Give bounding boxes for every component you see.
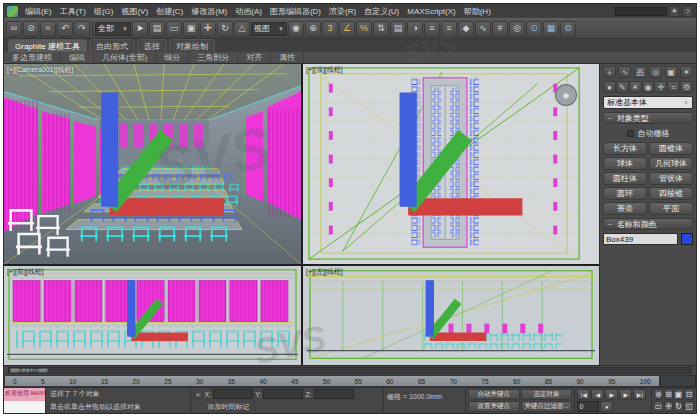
auto-key-button[interactable]: 自动关键点 [468, 389, 520, 400]
plane-button[interactable]: 平面 [649, 202, 693, 215]
selected-objects-dropdown[interactable]: 选定对象 [521, 389, 573, 400]
ribbon-panel[interactable]: 属性 [271, 52, 304, 63]
ribbon-panel[interactable]: 几何体(全部) [94, 52, 156, 63]
select-and-link-icon[interactable]: ∞ [6, 21, 22, 37]
track-bar-ticks[interactable]: 0510152025303540455055606570758085909510… [4, 375, 660, 387]
ribbon-tab-freeform[interactable]: 自由形式 [89, 39, 135, 52]
key-filters-button[interactable]: 关键点过滤器... [521, 401, 573, 412]
render-production-icon[interactable]: ⊙ [560, 21, 576, 37]
set-key-button[interactable]: 设置关键点 [468, 401, 520, 412]
help-icon[interactable]: ? [682, 6, 693, 17]
menu-item[interactable]: 动画(A) [231, 6, 266, 17]
ribbon-panel[interactable]: 多边形建模 [4, 52, 61, 63]
app-logo-icon[interactable] [7, 6, 18, 17]
menu-item[interactable]: 组(G) [90, 6, 118, 17]
infocenter-search-input[interactable] [615, 7, 667, 16]
key-mode-toggle-icon[interactable]: ● [600, 401, 613, 412]
zoom-icon[interactable]: ⊕ [654, 389, 664, 400]
zoom-region-icon[interactable]: ▭ [654, 401, 664, 412]
object-name-field[interactable] [603, 233, 678, 245]
space-warps-category-icon[interactable]: ≈ [667, 81, 680, 93]
snap-toggle-3d-icon[interactable]: 3 [322, 21, 338, 37]
menu-item[interactable]: 图形编辑器(D) [266, 6, 325, 17]
play-animation-icon[interactable]: ▶ [605, 389, 618, 400]
time-slider-handle[interactable]: 0 / 100 [10, 368, 48, 373]
menu-item[interactable]: 视图(V) [117, 6, 152, 17]
select-and-rotate-icon[interactable]: ↻ [217, 21, 233, 37]
window-crossing-icon[interactable]: ▣ [183, 21, 199, 37]
menu-item[interactable]: 自定义(U) [360, 6, 403, 17]
render-setup-icon[interactable]: ⊙ [526, 21, 542, 37]
utilities-tab-icon[interactable]: ✶ [680, 66, 693, 78]
current-frame-field[interactable] [577, 401, 599, 412]
ribbon-panel[interactable]: 细分 [156, 52, 189, 63]
ribbon-tab-object-paint[interactable]: 对象绘制 [169, 39, 215, 52]
sphere-button[interactable]: 球体 [603, 157, 647, 170]
viewport-camera[interactable]: [+][Camera001][线框] [4, 64, 301, 264]
material-editor-icon[interactable]: ◎ [509, 21, 525, 37]
time-slider-track[interactable]: 0 / 100 [8, 367, 692, 374]
rectangular-region-icon[interactable]: ▭ [166, 21, 182, 37]
lights-category-icon[interactable]: ☀ [629, 81, 642, 93]
viewport-top[interactable]: [+][顶][线框] ◉ [303, 64, 599, 264]
spinner-snap-icon[interactable]: ⇅ [373, 21, 389, 37]
helpers-category-icon[interactable]: ✛ [654, 81, 667, 93]
hierarchy-tab-icon[interactable]: 品 [634, 66, 647, 78]
select-object-icon[interactable]: ➤ [132, 21, 148, 37]
object-color-swatch[interactable] [681, 233, 693, 245]
cylinder-button[interactable]: 圆柱体 [603, 172, 647, 185]
unlink-selection-icon[interactable]: ⊘ [23, 21, 39, 37]
viewport-left[interactable]: [+][左][线框] [303, 266, 599, 365]
bind-to-space-warp-icon[interactable]: ≈ [40, 21, 56, 37]
menu-item[interactable]: MAXScript(X) [403, 7, 459, 16]
box-button[interactable]: 长方体 [603, 142, 647, 155]
pan-icon[interactable]: ✛ [664, 401, 673, 412]
cameras-category-icon[interactable]: ◉ [642, 81, 655, 93]
select-and-move-icon[interactable]: ✛ [200, 21, 216, 37]
zoom-extents-all-icon[interactable]: ⊡ [684, 389, 694, 400]
ribbon-panel[interactable]: 对齐 [238, 52, 271, 63]
next-frame-icon[interactable]: ▶ [619, 389, 632, 400]
object-type-rollout-header[interactable]: − 对象类型 [603, 112, 693, 124]
shapes-category-icon[interactable]: ✎ [616, 81, 629, 93]
curve-editor-icon[interactable]: ∿ [475, 21, 491, 37]
ribbon-tab-selection[interactable]: 选择 [137, 39, 167, 52]
y-coordinate-field[interactable] [263, 389, 303, 399]
align-icon[interactable]: ≡ [424, 21, 440, 37]
ribbon-panel[interactable]: 编辑 [61, 52, 94, 63]
autogrid-checkbox[interactable] [627, 130, 634, 137]
favorites-star-icon[interactable]: ★ [669, 6, 680, 17]
geosphere-button[interactable]: 几何球体 [649, 157, 693, 170]
orbit-icon[interactable]: ↻ [674, 401, 684, 412]
motion-tab-icon[interactable]: ◎ [649, 66, 662, 78]
zoom-extents-icon[interactable]: ▣ [674, 389, 684, 400]
pyramid-button[interactable]: 四棱锥 [649, 187, 693, 200]
angle-snap-icon[interactable]: ∠ [339, 21, 355, 37]
x-coordinate-field[interactable] [213, 389, 253, 399]
add-time-tag[interactable]: 添加时间标记 [194, 402, 380, 412]
tube-button[interactable]: 管状体 [649, 172, 693, 185]
layer-manager-icon[interactable]: ≡ [441, 21, 457, 37]
select-and-scale-icon[interactable]: △ [234, 21, 250, 37]
menu-item[interactable]: 工具(T) [56, 6, 90, 17]
percent-snap-icon[interactable]: % [356, 21, 372, 37]
ribbon-tab-graphite[interactable]: Graphite 建模工具 [8, 39, 87, 52]
graphite-ribbon-toggle-icon[interactable]: ◆ [458, 21, 474, 37]
maxscript-listener-input[interactable] [4, 401, 45, 414]
schematic-view-icon[interactable]: # [492, 21, 508, 37]
menu-item[interactable]: 渲染(R) [325, 6, 360, 17]
select-by-name-icon[interactable]: ▤ [149, 21, 165, 37]
modify-tab-icon[interactable]: ∿ [618, 66, 631, 78]
systems-category-icon[interactable]: ⚙ [680, 81, 693, 93]
geometry-category-icon[interactable]: ● [603, 81, 616, 93]
primitive-category-dropdown[interactable]: 标准基本体 ▼ [603, 96, 693, 109]
menu-item[interactable]: 帮助(H) [460, 6, 495, 17]
torus-button[interactable]: 圆环 [603, 187, 647, 200]
teapot-button[interactable]: 茶壶 [603, 202, 647, 215]
display-tab-icon[interactable]: ▣ [665, 66, 678, 78]
menu-item[interactable]: 编辑(E) [21, 6, 56, 17]
z-coordinate-field[interactable] [314, 389, 354, 399]
mirror-icon[interactable]: ◑ [407, 21, 423, 37]
go-to-start-icon[interactable]: |◀ [577, 389, 590, 400]
reference-coordinate-dropdown[interactable]: 视图 ▼ [251, 22, 287, 36]
